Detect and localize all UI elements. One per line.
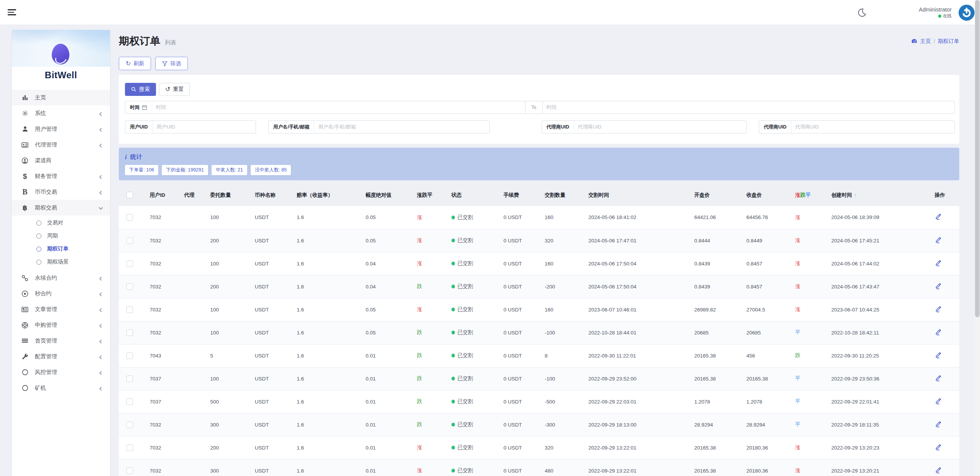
cell-close_price: 0.8449	[744, 229, 793, 252]
row-checkbox[interactable]	[126, 376, 133, 382]
breadcrumb-home-link[interactable]: 主页	[920, 38, 931, 45]
sidebar-item-渠道商[interactable]: 渠道商	[12, 153, 110, 168]
refresh-button[interactable]: ↻ 刷新	[119, 57, 151, 70]
cell-direction: 跌	[415, 367, 449, 390]
edit-pencil-icon[interactable]	[935, 237, 942, 244]
filter-input-用户UID[interactable]: 用户UID	[153, 121, 256, 133]
edit-pencil-icon[interactable]	[935, 375, 942, 382]
filter-label: 代理商UID	[542, 121, 574, 133]
sidebar-subitem-期权订单[interactable]: 期权订单	[12, 242, 110, 255]
sidebar-item-秒合约[interactable]: 秒合约	[12, 286, 110, 301]
cell-result: 涨	[793, 252, 829, 275]
cell-settle_time: 2022-09-29 18:13:00	[586, 413, 692, 436]
cell-checkbox	[119, 298, 148, 321]
edit-pencil-icon[interactable]	[935, 352, 942, 359]
cell-range: 0.05	[363, 298, 415, 321]
row-checkbox[interactable]	[126, 445, 133, 451]
radio-circle-icon	[36, 260, 41, 265]
chevron-left-icon	[98, 354, 103, 359]
filter-input-代理商UID[interactable]: 代理商UID	[574, 121, 746, 133]
hamburger-menu-icon[interactable]	[8, 9, 16, 15]
row-checkbox[interactable]	[126, 237, 133, 244]
row-checkbox[interactable]	[126, 422, 133, 428]
status-dot	[451, 285, 455, 288]
sidebar-item-系统[interactable]: 系统	[12, 105, 110, 121]
status-dot	[451, 308, 455, 311]
time-start-label: 时间	[125, 101, 152, 114]
edit-pencil-icon[interactable]	[935, 260, 942, 267]
sidebar-item-财务管理[interactable]: $财务管理	[12, 168, 110, 184]
brand-logo-icon	[52, 44, 69, 64]
cell-action	[932, 275, 959, 298]
cell-fee: 0 USDT	[501, 459, 542, 476]
row-checkbox[interactable]	[126, 260, 133, 267]
cell-amount: 100	[208, 298, 252, 321]
row-checkbox[interactable]	[126, 329, 133, 336]
filter-input-代理商UID[interactable]: 代理商UID	[791, 121, 954, 133]
chevron-left-icon	[98, 127, 103, 132]
search-button[interactable]: 搜索	[125, 83, 156, 96]
sidebar-item-期权交易[interactable]: ฿期权交易	[12, 200, 110, 216]
edit-pencil-icon[interactable]	[935, 213, 942, 220]
status-dot	[451, 446, 455, 450]
reset-button[interactable]: ↺ 重置	[159, 83, 190, 96]
edit-pencil-icon[interactable]	[935, 398, 942, 405]
cell-result: 涨	[793, 298, 829, 321]
sidebar-item-风控管理[interactable]: 风控管理	[12, 364, 110, 380]
time-end-input[interactable]: 时间	[543, 101, 954, 114]
cell-created_at: 2022-10-28 18:42:11	[829, 321, 932, 344]
cell-direction: 跌	[415, 344, 449, 367]
scrollbar-thumb[interactable]	[975, 0, 980, 317]
cell-action	[932, 413, 959, 436]
time-start-input[interactable]: 时间	[152, 101, 525, 114]
refresh-icon: ↻	[126, 61, 131, 67]
sidebar-item-label: 申购管理	[35, 321, 98, 329]
avatar[interactable]	[959, 5, 975, 21]
sidebar-item-矿机[interactable]: 矿机	[12, 380, 110, 396]
sidebar-subitem-期权场景[interactable]: 期权场景	[12, 255, 110, 268]
sidebar-item-代理管理[interactable]: 代理管理	[12, 137, 110, 153]
column-header-代理: 代理	[182, 184, 208, 206]
sidebar-item-永续合约[interactable]: 永续合约	[12, 270, 110, 286]
sidebar-item-币币交易[interactable]: B币币交易	[12, 184, 110, 200]
select-all-checkbox[interactable]	[126, 192, 133, 198]
dark-mode-moon-icon[interactable]	[857, 8, 867, 18]
cell-direction: 跌	[415, 275, 449, 298]
edit-pencil-icon[interactable]	[935, 329, 942, 336]
cell-direction: 涨	[415, 298, 449, 321]
row-checkbox[interactable]	[126, 283, 133, 290]
cell-checkbox	[119, 275, 148, 298]
cell-coin: USDT	[253, 390, 295, 413]
table-row: 7032100USDT1.60.05涨已交割0 USDT1602023-06-0…	[119, 298, 959, 321]
chevron-left-icon	[98, 323, 103, 328]
cell-fee: 0 USDT	[501, 436, 542, 459]
sidebar-item-申购管理[interactable]: 申购管理	[12, 317, 110, 333]
row-checkbox[interactable]	[126, 214, 133, 221]
sidebar-item-主页[interactable]: 主页	[12, 90, 110, 105]
sidebar-subitem-label: 期权订单	[47, 245, 69, 252]
row-checkbox[interactable]	[126, 468, 133, 474]
sidebar-item-首页管理[interactable]: 首页管理	[12, 333, 110, 349]
column-header-创建时间[interactable]: 创建时间↑	[829, 184, 932, 206]
filter-button[interactable]: 筛选	[155, 57, 188, 70]
sidebar-subitem-交易对[interactable]: 交易对	[12, 216, 110, 229]
cell-created_at: 2024-05-06 17:43:47	[829, 275, 932, 298]
row-checkbox[interactable]	[126, 352, 133, 359]
row-checkbox[interactable]	[126, 306, 133, 313]
edit-pencil-icon[interactable]	[935, 467, 942, 474]
edit-pencil-icon[interactable]	[935, 283, 942, 290]
cell-checkbox	[119, 321, 148, 344]
sidebar-item-文章管理[interactable]: 文章管理	[12, 301, 110, 317]
cell-open_price: 28.9294	[692, 413, 744, 436]
sidebar-item-用户管理[interactable]: 用户管理	[12, 121, 110, 137]
sidebar-item-配置管理[interactable]: 配置管理	[12, 349, 110, 364]
sidebar-subitem-label: 周期	[47, 232, 58, 239]
edit-pencil-icon[interactable]	[935, 444, 942, 451]
edit-pencil-icon[interactable]	[935, 421, 942, 428]
row-checkbox[interactable]	[126, 399, 133, 405]
edit-pencil-icon[interactable]	[935, 306, 942, 313]
sidebar-subitem-周期[interactable]: 周期	[12, 229, 110, 242]
cell-status: 已交割	[449, 344, 501, 367]
filter-input-用户名/手机/邮箱[interactable]: 用户名/手机/邮箱	[314, 121, 489, 133]
cell-action	[932, 459, 959, 476]
